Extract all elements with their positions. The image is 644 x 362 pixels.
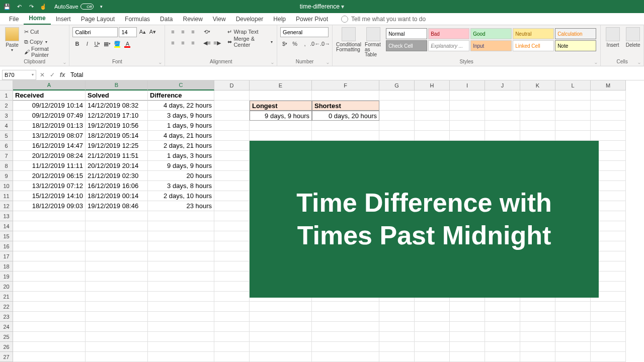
cell-A5[interactable]: 13/12/2019 08:07 [13,131,86,141]
font-name-select[interactable] [72,27,118,37]
row-header-9[interactable]: 9 [0,171,13,181]
delete-cells-button[interactable]: Delete [624,27,642,48]
tab-review[interactable]: Review [178,14,207,25]
tab-home[interactable]: Home [24,13,50,25]
cell-styles-gallery[interactable]: NormalBadGoodNeutralCalculationCheck Cel… [385,27,597,52]
cell-B4[interactable]: 19/12/2019 10:56 [86,121,148,131]
cell-C7[interactable]: 1 days, 3 hours [148,151,214,161]
row-header-25[interactable]: 25 [0,332,13,342]
tab-developer[interactable]: Developer [231,14,269,25]
cell-C2[interactable]: 4 days, 22 hours [148,101,214,111]
qat-customize-icon[interactable]: ▾ [98,3,106,11]
cell-B9[interactable]: 21/12/2019 02:30 [86,171,148,181]
row-header-13[interactable]: 13 [0,211,13,221]
cell-A7[interactable]: 20/12/2019 08:24 [13,151,86,161]
cell-C6[interactable]: 2 days, 21 hours [148,141,214,151]
cell-B11[interactable]: 18/12/2019 00:14 [86,191,148,201]
col-header-H[interactable]: H [415,80,450,90]
row-header-26[interactable]: 26 [0,342,13,352]
cell-B5[interactable]: 18/12/2019 05:14 [86,131,148,141]
borders-button[interactable]: ▦▾ [103,39,112,48]
tab-insert[interactable]: Insert [51,14,76,25]
cell-A1[interactable]: Received [13,90,86,101]
format-as-table-button[interactable]: Format as Table [364,27,383,57]
row-header-7[interactable]: 7 [0,151,13,161]
cell-C12[interactable]: 23 hours [148,201,214,211]
conditional-formatting-button[interactable]: Conditional Formatting [336,27,362,52]
percent-format-icon[interactable]: % [290,39,299,48]
accounting-format-icon[interactable]: $▾ [280,39,289,48]
format-painter-button[interactable]: 🖌Format Painter [23,47,66,56]
tab-data[interactable]: Data [155,14,178,25]
decrease-font-icon[interactable]: A▾ [148,27,157,36]
tell-me-search[interactable]: Tell me what you want to do [339,14,428,25]
cell-C5[interactable]: 4 days, 21 hours [148,131,214,141]
row-header-4[interactable]: 4 [0,121,13,131]
name-box[interactable]: B70 [2,70,36,80]
cell-B12[interactable]: 19/12/2019 08:46 [86,201,148,211]
wrap-text-button[interactable]: ↵Wrap Text [226,27,274,36]
insert-cells-button[interactable]: Insert [604,27,622,48]
col-header-F[interactable]: F [312,80,379,90]
align-middle-icon[interactable]: ≡ [178,27,187,36]
italic-button[interactable]: I [83,39,92,48]
col-header-J[interactable]: J [485,80,520,90]
row-header-17[interactable]: 17 [0,251,13,261]
column-headers[interactable]: ABCDEFGHIJKLM [13,80,626,90]
col-header-L[interactable]: L [555,80,591,90]
style-explanatory-[interactable]: Explanatory ... [428,40,469,51]
style-calculation[interactable]: Calculation [555,28,596,39]
col-header-A[interactable]: A [13,80,86,90]
align-bottom-icon[interactable]: ≡ [188,27,197,36]
redo-icon[interactable]: ↷ [27,3,35,11]
decrease-indent-icon[interactable]: ◀≡ [202,38,211,47]
cell-B2[interactable]: 14/12/2019 08:32 [86,101,148,111]
cell-C10[interactable]: 3 days, 8 hours [148,181,214,191]
cell-B7[interactable]: 21/12/2019 11:51 [86,151,148,161]
cell-A8[interactable]: 11/12/2019 11:11 [13,161,86,171]
row-header-21[interactable]: 21 [0,292,13,302]
row-header-18[interactable]: 18 [0,261,13,272]
cell-C8[interactable]: 9 days, 9 hours [148,161,214,171]
tab-view[interactable]: View [208,14,231,25]
cell-B3[interactable]: 12/12/2019 17:10 [86,111,148,121]
tab-file[interactable]: File [4,14,24,25]
align-right-icon[interactable]: ≡ [188,38,197,47]
cell-A9[interactable]: 20/12/2019 06:15 [13,171,86,181]
cell-B1[interactable]: Solved [86,90,148,101]
touch-mode-icon[interactable]: ☝ [39,3,47,11]
col-header-C[interactable]: C [148,80,214,90]
row-header-24[interactable]: 24 [0,322,13,332]
style-normal[interactable]: Normal [386,28,427,39]
cell-A6[interactable]: 16/12/2019 14:47 [13,141,86,151]
cell-B8[interactable]: 20/12/2019 20:14 [86,161,148,171]
row-header-22[interactable]: 22 [0,302,13,312]
style-input[interactable]: Input [470,40,512,51]
cell-A4[interactable]: 18/12/2019 01:13 [13,121,86,131]
row-header-16[interactable]: 16 [0,241,13,251]
cell-A3[interactable]: 09/12/2019 07:49 [13,111,86,121]
cell-A2[interactable]: 09/12/2019 10:14 [13,101,86,111]
style-bad[interactable]: Bad [428,28,469,39]
col-header-I[interactable]: I [450,80,485,90]
row-header-11[interactable]: 11 [0,191,13,201]
style-linked-cell[interactable]: Linked Cell [513,40,554,51]
col-header-M[interactable]: M [591,80,626,90]
cell-F2[interactable]: Shortest [312,101,379,111]
row-header-10[interactable]: 10 [0,181,13,191]
autosave-toggle[interactable]: AutoSave Off [54,4,94,10]
cut-button[interactable]: ✂Cut [23,27,66,36]
style-neutral[interactable]: Neutral [513,28,554,39]
cell-C11[interactable]: 2 days, 10 hours [148,191,214,201]
row-header-2[interactable]: 2 [0,101,13,111]
row-header-8[interactable]: 8 [0,161,13,171]
cell-A10[interactable]: 13/12/2019 07:12 [13,181,86,191]
orientation-icon[interactable]: ⟲▾ [202,27,211,36]
row-header-19[interactable]: 19 [0,272,13,282]
copy-button[interactable]: ⧉Copy▾ [23,37,66,46]
comma-format-icon[interactable]: , [300,39,309,48]
cell-B6[interactable]: 19/12/2019 12:25 [86,141,148,151]
increase-font-icon[interactable]: A▴ [138,27,147,36]
merge-center-button[interactable]: ⬌Merge & Center▾ [226,37,274,46]
font-color-button[interactable]: A [123,39,132,48]
